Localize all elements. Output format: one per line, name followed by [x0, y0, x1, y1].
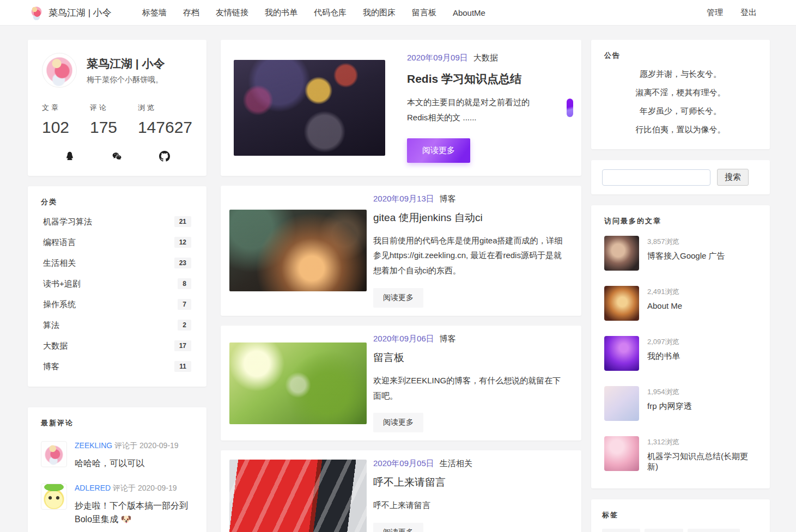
carousel-scrollbar-handle[interactable]	[567, 99, 573, 117]
right-sidebar: 公告 愿岁并谢，与长友兮。 淑离不淫，梗其有理兮。 年岁虽少，可师长兮。 行比伯…	[591, 40, 770, 532]
popular-article-views: 1,954浏览	[647, 387, 692, 397]
stat-comments-value: 175	[90, 118, 138, 137]
nav-item-friend-links[interactable]: 友情链接	[216, 8, 248, 18]
search-button[interactable]: 搜索	[717, 169, 749, 186]
category-item-blog[interactable]: 博客 11	[41, 356, 193, 377]
article-category-link[interactable]: 博客	[440, 194, 456, 204]
article-body: 2020年09月05日 生活相关 呼不上来请留言 呼不上来请留言 阅读更多	[373, 458, 573, 532]
github-icon[interactable]	[159, 151, 170, 162]
popular-article-item[interactable]: 1,312浏览 机器学习知识点总结(长期更新)	[604, 436, 757, 472]
nav-item-tag-wall[interactable]: 标签墙	[142, 8, 167, 18]
popular-article-thumbnail	[604, 286, 639, 321]
stat-articles-label: 文章	[42, 103, 90, 113]
article-category-link[interactable]: 生活相关	[440, 458, 472, 469]
article-title[interactable]: Redis 学习知识点总结	[407, 71, 549, 87]
commenter-avatar	[41, 484, 67, 510]
categories-card: 分类 机器学习算法 21 编程语言 12 生活相关 23 读	[28, 186, 206, 387]
read-more-button[interactable]: 阅读更多	[373, 523, 423, 532]
comment-date: 评论于 2020-09-19	[114, 441, 179, 450]
categories-list: 机器学习算法 21 编程语言 12 生活相关 23 读书+追剧 8	[41, 211, 193, 377]
category-item-algorithm[interactable]: 算法 2	[41, 315, 193, 335]
article-title[interactable]: gitea 使用jenkins 自动ci	[373, 211, 563, 225]
nav-item-message-board[interactable]: 留言板	[412, 8, 436, 18]
latest-comments-card: 最新评论 ZEEKLING 评论于 2020-09-19 哈哈哈，可以可以	[28, 407, 206, 532]
profile-stats: 文章 102 评论 175 浏览 147627	[42, 103, 192, 137]
tag-chip-original[interactable]: 原创 34	[602, 529, 640, 532]
profile-card: 菜鸟江湖 | 小令 梅干菜你个小酥饼哦。 文章 102 评论 175 浏览	[28, 40, 206, 176]
article-thumbnail[interactable]	[234, 60, 385, 156]
article-body: 2020年09月13日 博客 gitea 使用jenkins 自动ci 我目前使…	[373, 194, 573, 308]
category-count-badge: 8	[178, 278, 191, 289]
profile-avatar	[42, 53, 77, 88]
article-card-call-me: 2020年09月05日 生活相关 呼不上来请留言 呼不上来请留言 阅读更多	[221, 450, 581, 532]
announcement-card: 公告 愿岁并谢，与长友兮。 淑离不淫，梗其有理兮。 年岁虽少，可师长兮。 行比伯…	[591, 40, 770, 149]
category-item-ml[interactable]: 机器学习算法 21	[41, 211, 193, 232]
popular-article-views: 3,857浏览	[647, 237, 725, 247]
article-meta: 2020年09月09日 大数据	[407, 53, 549, 63]
announcement-line: 淑离不淫，梗其有理兮。	[604, 88, 757, 98]
category-count-badge: 21	[174, 216, 191, 227]
read-more-button[interactable]: 阅读更多	[407, 138, 470, 163]
nav-item-archive[interactable]: 存档	[183, 8, 199, 18]
popular-article-item[interactable]: 2,491浏览 About Me	[604, 286, 757, 321]
article-meta: 2020年09月13日 博客	[373, 194, 563, 204]
popular-article-title: About Me	[647, 301, 682, 310]
article-card-redis: 2020年09月09日 大数据 Redis 学习知识点总结 本文的主要目的就是对…	[221, 40, 581, 176]
stat-views-value: 147627	[138, 118, 192, 137]
brand[interactable]: 菜鸟江湖 | 小令	[30, 5, 112, 20]
popular-article-item[interactable]: 3,857浏览 博客接入Google 广告	[604, 236, 757, 271]
popular-article-title: 我的书单	[647, 351, 680, 362]
announcement-line: 愿岁并谢，与长友兮。	[604, 69, 757, 80]
commenter-name-link[interactable]: ADLERED	[75, 484, 111, 492]
article-title[interactable]: 呼不上来请留言	[373, 475, 563, 490]
tag-chip-repost[interactable]: 转载 26	[645, 529, 683, 532]
read-more-button[interactable]: 阅读更多	[373, 288, 423, 308]
article-thumbnail[interactable]	[229, 460, 367, 532]
popular-article-item[interactable]: 2,097浏览 我的书单	[604, 336, 757, 371]
popular-article-body: 2,491浏览 About Me	[647, 286, 682, 321]
category-count-badge: 11	[174, 361, 191, 372]
category-count-badge: 17	[174, 340, 191, 351]
article-thumbnail[interactable]	[229, 343, 367, 424]
nav-item-code-repo[interactable]: 代码仓库	[314, 8, 347, 18]
category-item-life[interactable]: 生活相关 23	[41, 253, 193, 273]
article-thumbnail[interactable]	[229, 210, 367, 291]
comment-body: ADLERED 评论于 2020-09-19 抄走啦！下个版本搞一部分到Bolo…	[75, 484, 193, 527]
article-category-link[interactable]: 大数据	[473, 53, 498, 63]
search-input[interactable]	[602, 169, 710, 186]
stat-views-label: 浏览	[138, 103, 192, 113]
nav-item-booklist[interactable]: 我的书单	[265, 8, 297, 18]
popular-article-item[interactable]: 1,954浏览 frp 内网穿透	[604, 386, 757, 421]
tag-chip-machine-learning[interactable]: 机器学习 21	[688, 529, 740, 532]
popular-article-title: 机器学习知识点总结(长期更新)	[647, 451, 757, 472]
main-feed: 2020年09月09日 大数据 Redis 学习知识点总结 本文的主要目的就是对…	[221, 40, 581, 532]
wechat-icon[interactable]	[112, 151, 123, 162]
category-item-bigdata[interactable]: 大数据 17	[41, 335, 193, 356]
commenter-name-link[interactable]: ZEEKLING	[75, 441, 112, 450]
category-item-os[interactable]: 操作系统 7	[41, 294, 193, 315]
nav-item-admin[interactable]: 管理	[707, 8, 723, 18]
qq-icon[interactable]	[64, 151, 75, 162]
popular-article-views: 2,491浏览	[647, 287, 682, 297]
nav-item-logout[interactable]: 登出	[740, 8, 757, 18]
article-date: 2020年09月09日	[407, 53, 468, 63]
social-links	[42, 151, 192, 162]
article-category-link[interactable]: 博客	[440, 334, 456, 344]
nav-item-about-me[interactable]: AboutMe	[453, 8, 485, 17]
read-more-button[interactable]: 阅读更多	[373, 413, 423, 432]
nav-item-image-host[interactable]: 我的图床	[363, 8, 396, 18]
most-visited-card: 访问最多的文章 3,857浏览 博客接入Google 广告 2,491浏览 Ab…	[591, 205, 770, 488]
comment-meta: ADLERED 评论于 2020-09-19	[75, 484, 193, 493]
category-item-programming[interactable]: 编程语言 12	[41, 232, 193, 253]
comment-body: ZEEKLING 评论于 2020-09-19 哈哈哈，可以可以	[75, 441, 179, 470]
tag-chips: 原创 34 转载 26 机器学习 21 生活 19	[602, 529, 759, 532]
top-navbar: 菜鸟江湖 | 小令 标签墙 存档 友情链接 我的书单 代码仓库 我的图床 留言板…	[0, 0, 796, 26]
announcement-title: 公告	[604, 51, 757, 60]
left-sidebar: 菜鸟江湖 | 小令 梅干菜你个小酥饼哦。 文章 102 评论 175 浏览	[28, 40, 206, 532]
latest-comments-title: 最新评论	[41, 418, 193, 428]
announcement-line: 年岁虽少，可师长兮。	[604, 106, 757, 117]
article-card-gitea: 2020年09月13日 博客 gitea 使用jenkins 自动ci 我目前使…	[221, 186, 581, 316]
comment-item: ADLERED 评论于 2020-09-19 抄走啦！下个版本搞一部分到Bolo…	[41, 484, 193, 527]
category-item-reading[interactable]: 读书+追剧 8	[41, 273, 193, 294]
article-title[interactable]: 留言板	[373, 351, 563, 365]
